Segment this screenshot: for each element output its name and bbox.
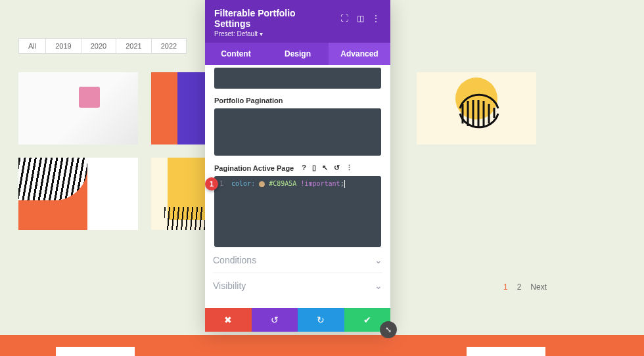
filter-2022[interactable]: 2022 bbox=[152, 38, 187, 54]
css-input-pagination-active[interactable]: 1 1 color: #C89A5A !important; bbox=[214, 176, 381, 247]
page-2[interactable]: 2 bbox=[517, 282, 522, 292]
panel-body: Portfolio Pagination Pagination Active P… bbox=[205, 65, 390, 308]
sun-illustration bbox=[440, 72, 513, 145]
step-marker: 1 bbox=[205, 177, 218, 190]
css-input-prev[interactable] bbox=[214, 68, 381, 89]
line-number: 1 bbox=[219, 180, 227, 187]
preset-dropdown[interactable]: Preset: Default ▾ bbox=[214, 30, 381, 37]
chevron-down-icon: ⌄ bbox=[375, 280, 382, 291]
accordion-label: Visibility bbox=[213, 280, 246, 291]
color-swatch-icon bbox=[259, 181, 265, 187]
label-pagination-active-page: Pagination Active Page ? ▯ ↖ ↺ ⋮ bbox=[214, 164, 381, 172]
reset-icon[interactable]: ↺ bbox=[334, 164, 340, 172]
text-cursor bbox=[344, 180, 345, 188]
code-important: !important bbox=[300, 180, 340, 187]
filter-2020[interactable]: 2020 bbox=[81, 38, 116, 54]
help-icon[interactable]: ? bbox=[302, 164, 306, 172]
accordion-conditions[interactable]: Conditions ⌄ bbox=[213, 247, 382, 273]
portfolio-filter-row: All 2019 2020 2021 2022 bbox=[18, 38, 187, 54]
mobile-icon[interactable]: ▯ bbox=[312, 164, 316, 172]
footer-section bbox=[0, 335, 644, 356]
more-icon[interactable]: ⋮ bbox=[346, 164, 353, 172]
portfolio-item[interactable] bbox=[417, 72, 536, 145]
portfolio-item[interactable] bbox=[18, 158, 138, 230]
filter-2021[interactable]: 2021 bbox=[116, 38, 151, 54]
expand-icon[interactable]: ⛶ bbox=[339, 14, 350, 23]
page-next[interactable]: Next bbox=[530, 282, 547, 292]
redo-button[interactable]: ↻ bbox=[298, 308, 344, 332]
accordion-visibility[interactable]: Visibility ⌄ bbox=[213, 273, 382, 298]
chevron-down-icon: ⌄ bbox=[375, 255, 382, 265]
panel-header[interactable]: Filterable Portfolio Settings ⛶ ◫ ⋮ Pres… bbox=[205, 0, 390, 43]
panel-tabs: Content Design Advanced bbox=[205, 43, 390, 65]
tab-advanced[interactable]: Advanced bbox=[329, 43, 390, 65]
page-1[interactable]: 1 bbox=[503, 282, 508, 292]
tab-content[interactable]: Content bbox=[205, 43, 267, 65]
panel-actions: ✖ ↺ ↻ ✔ bbox=[205, 308, 390, 332]
resize-handle[interactable]: ⤡ bbox=[380, 321, 397, 338]
more-icon[interactable]: ⋮ bbox=[371, 14, 381, 23]
settings-panel: Filterable Portfolio Settings ⛶ ◫ ⋮ Pres… bbox=[205, 0, 390, 332]
filter-all[interactable]: All bbox=[18, 38, 46, 54]
code-hex: #C89A5A bbox=[269, 180, 296, 187]
filter-2019[interactable]: 2019 bbox=[46, 38, 81, 54]
label-portfolio-pagination: Portfolio Pagination bbox=[214, 97, 381, 104]
pagination: 1 2 Next bbox=[503, 282, 547, 292]
accordion-label: Conditions bbox=[213, 255, 256, 265]
code-property: color: bbox=[231, 180, 255, 187]
css-input-portfolio-pagination[interactable] bbox=[214, 108, 381, 156]
columns-icon[interactable]: ◫ bbox=[355, 14, 365, 23]
undo-button[interactable]: ↺ bbox=[252, 308, 298, 332]
cancel-button[interactable]: ✖ bbox=[205, 308, 252, 332]
hover-icon[interactable]: ↖ bbox=[322, 164, 328, 172]
portfolio-item[interactable] bbox=[18, 72, 138, 145]
tab-design[interactable]: Design bbox=[267, 43, 329, 65]
panel-title: Filterable Portfolio Settings bbox=[214, 8, 334, 29]
